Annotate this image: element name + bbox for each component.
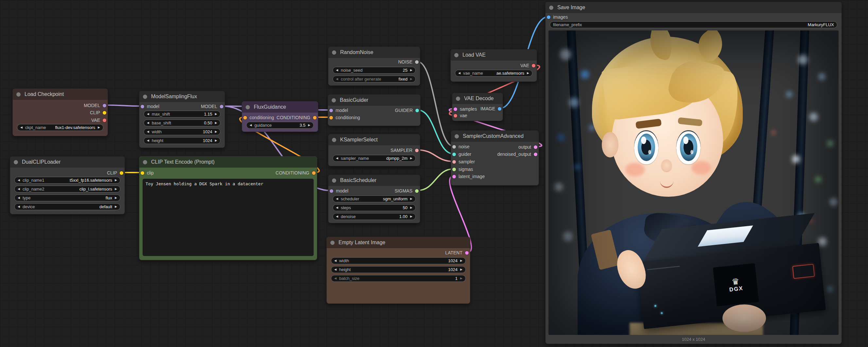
decrement-arrow-icon[interactable]: ◀ — [336, 215, 338, 218]
model-input-port[interactable] — [141, 105, 144, 108]
clip-input-port[interactable] — [141, 171, 144, 175]
collapse-dot-icon[interactable] — [455, 134, 459, 139]
decrement-arrow-icon[interactable]: ◀ — [334, 259, 337, 262]
decrement-arrow-icon[interactable]: ◀ — [18, 196, 20, 199]
collapse-dot-icon[interactable] — [549, 6, 553, 10]
increment-arrow-icon[interactable]: ▶ — [410, 215, 412, 218]
node-header[interactable]: DualCLIPLoader — [10, 156, 125, 168]
increment-arrow-icon[interactable]: ▶ — [460, 259, 462, 262]
node-header[interactable]: BasicGuider — [328, 95, 420, 106]
decrement-arrow-icon[interactable]: ◀ — [18, 187, 20, 191]
CLIP-output-port[interactable] — [103, 111, 106, 115]
node-header[interactable]: SamplerCustomAdvanced — [451, 131, 539, 142]
decrement-arrow-icon[interactable]: ◀ — [147, 139, 149, 142]
widget-guidance[interactable]: ◀guidance3.5▶ — [246, 122, 314, 129]
sigmas-input-port[interactable] — [452, 168, 456, 171]
increment-arrow-icon[interactable]: ▶ — [215, 139, 217, 142]
node-header[interactable]: Load Checkpoint — [13, 89, 107, 100]
widget-sampler_name[interactable]: ◀sampler_namedpmpp_2m▶ — [333, 155, 416, 162]
widget-width[interactable]: ◀width1024▶ — [331, 257, 466, 264]
node-lv[interactable]: Load VAEVAE◀vae_nameae.safetensors▶ — [451, 49, 537, 82]
node-header[interactable]: CLIP Text Encode (Prompt) — [139, 156, 317, 168]
decrement-arrow-icon[interactable]: ◀ — [334, 268, 337, 271]
node-header[interactable]: ModelSamplingFlux — [139, 91, 225, 102]
increment-arrow-icon[interactable]: ▶ — [215, 121, 217, 124]
widget-denoise[interactable]: ◀denoise1.00▶ — [333, 213, 416, 220]
NOISE-output-port[interactable] — [415, 60, 418, 64]
model-input-port[interactable] — [330, 189, 333, 193]
node-sca[interactable]: SamplerCustomAdvancednoiseguidersamplers… — [451, 130, 539, 185]
increment-arrow-icon[interactable]: ▶ — [460, 268, 462, 271]
decrement-arrow-icon[interactable]: ◀ — [336, 69, 338, 72]
widget-batch_size[interactable]: ◀batch_size1▶ — [331, 275, 466, 282]
widget-width[interactable]: ◀width1024▶ — [144, 128, 220, 135]
node-header[interactable]: FluxGuidance — [242, 102, 318, 113]
increment-arrow-icon[interactable]: ▶ — [410, 78, 412, 81]
decrement-arrow-icon[interactable]: ◀ — [336, 206, 338, 209]
GUIDER-output-port[interactable] — [415, 109, 419, 112]
conditioning-input-port[interactable] — [329, 116, 333, 119]
collapse-dot-icon[interactable] — [332, 98, 336, 103]
widget-control-after-generate[interactable]: ◀control after generatefixed▶ — [333, 76, 416, 83]
increment-arrow-icon[interactable]: ▶ — [527, 72, 529, 75]
images-input-port[interactable] — [547, 16, 551, 19]
MODEL-output-port[interactable] — [220, 105, 223, 108]
increment-arrow-icon[interactable]: ▶ — [410, 157, 412, 160]
node-kss[interactable]: KSamplerSelectSAMPLER◀sampler_namedpmpp_… — [328, 134, 420, 166]
decrement-arrow-icon[interactable]: ◀ — [336, 157, 338, 160]
LATENT-output-port[interactable] — [465, 251, 469, 255]
increment-arrow-icon[interactable]: ▶ — [308, 124, 310, 127]
collapse-dot-icon[interactable] — [332, 138, 336, 142]
VAE-output-port[interactable] — [532, 64, 535, 67]
node-header[interactable]: Load VAE — [451, 50, 537, 61]
widget-height[interactable]: ◀height1024▶ — [144, 137, 220, 144]
widget-type[interactable]: ◀typeflux▶ — [14, 195, 120, 201]
collapse-dot-icon[interactable] — [246, 105, 250, 109]
node-header[interactable]: VAE Decode — [452, 93, 503, 104]
collapse-dot-icon[interactable] — [330, 241, 335, 245]
widget-noise_seed[interactable]: ◀noise_seed25▶ — [333, 67, 416, 74]
node-bs[interactable]: BasicSchedulermodelSIGMAS◀schedulersgm_u… — [328, 174, 420, 223]
node-header[interactable]: KSamplerSelect — [328, 134, 420, 145]
increment-arrow-icon[interactable]: ▶ — [115, 205, 117, 208]
decrement-arrow-icon[interactable]: ◀ — [250, 124, 252, 127]
collapse-dot-icon[interactable] — [143, 95, 147, 99]
increment-arrow-icon[interactable]: ▶ — [215, 130, 217, 133]
CONDITIONING-output-port[interactable] — [312, 171, 316, 175]
noise-input-port[interactable] — [452, 145, 456, 149]
output-output-port[interactable] — [534, 145, 537, 149]
decrement-arrow-icon[interactable]: ◀ — [20, 126, 23, 129]
node-header[interactable]: BasicScheduler — [328, 175, 420, 186]
decrement-arrow-icon[interactable]: ◀ — [336, 197, 338, 200]
node-rn[interactable]: RandomNoiseNOISE◀noise_seed25▶◀control a… — [328, 47, 420, 86]
increment-arrow-icon[interactable]: ▶ — [410, 69, 412, 72]
SIGMAS-output-port[interactable] — [415, 189, 418, 193]
widget-vae_name[interactable]: ◀vae_nameae.safetensors▶ — [455, 70, 532, 77]
node-cte[interactable]: CLIP Text Encode (Prompt)clipCONDITIONIN… — [139, 156, 317, 260]
node-dcl[interactable]: DualCLIPLoaderCLIP◀clip_name1t5xxl_fp16.… — [10, 156, 125, 214]
link-bs-to-sca[interactable] — [417, 169, 454, 191]
node-header[interactable]: RandomNoise — [328, 47, 420, 58]
widget-max_shift[interactable]: ◀max_shift1.15▶ — [144, 111, 220, 118]
decrement-arrow-icon[interactable]: ◀ — [336, 78, 338, 81]
collapse-dot-icon[interactable] — [332, 178, 336, 183]
node-lc[interactable]: Load CheckpointMODELCLIPVAE◀ckpt_nameflu… — [12, 88, 108, 136]
increment-arrow-icon[interactable]: ▶ — [115, 187, 117, 191]
node-graph-canvas[interactable]: Load CheckpointMODELCLIPVAE◀ckpt_nameflu… — [0, 0, 868, 347]
CLIP-output-port[interactable] — [120, 171, 123, 175]
decrement-arrow-icon[interactable]: ◀ — [147, 121, 149, 124]
generated-image-preview[interactable]: ♛ DGX — [549, 30, 839, 335]
guider-input-port[interactable] — [452, 152, 456, 156]
conditioning-input-port[interactable] — [243, 116, 247, 119]
latent_image-input-port[interactable] — [452, 175, 456, 178]
node-header[interactable]: Save Image — [546, 2, 841, 13]
node-msf[interactable]: ModelSamplingFluxmodelMODEL◀max_shift1.1… — [139, 91, 225, 148]
IMAGE-output-port[interactable] — [498, 107, 501, 111]
widget-ckpt_name[interactable]: ◀ckpt_nameflux1-dev.safetensors▶ — [17, 124, 103, 131]
VAE-output-port[interactable] — [103, 118, 106, 122]
prompt-textarea[interactable]: Toy Jensen holding a DGX Spark in a data… — [143, 179, 314, 256]
widget-height[interactable]: ◀height1024▶ — [331, 266, 466, 273]
node-vd[interactable]: VAE DecodesamplesvaeIMAGE — [452, 93, 503, 121]
collapse-dot-icon[interactable] — [143, 160, 147, 164]
decrement-arrow-icon[interactable]: ◀ — [458, 72, 461, 75]
